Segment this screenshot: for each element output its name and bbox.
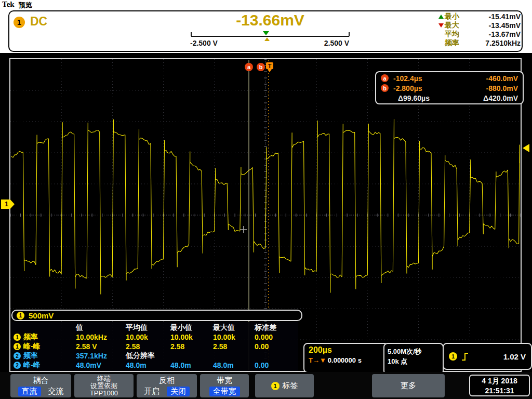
cursor-b-row: b -2.800µs -880.0mV xyxy=(376,83,523,93)
coupling-ac-option[interactable]: 交流 xyxy=(48,387,64,396)
coupling-dc-option[interactable]: 直流 xyxy=(18,387,41,396)
coupling-readout: DC xyxy=(30,15,47,29)
measurement-row: 2峰-峰 48.0mV 48.0m 48.0m 48.0m 0.00 xyxy=(11,361,298,370)
min-marker-icon xyxy=(438,15,445,19)
channel-2-badge: 2 xyxy=(14,352,21,360)
measurement-header-row: 值 平均值 最小值 最大值 标准差 xyxy=(11,323,298,332)
channel-1-badge: 1 xyxy=(14,17,25,28)
stat-row-min: 最小 -15.41mV xyxy=(438,12,521,21)
preview-mode-label: 预览 xyxy=(19,1,32,10)
range-min-label: -2.500 V xyxy=(190,39,218,47)
channel-1-badge: 1 xyxy=(17,312,24,320)
bandwidth-button[interactable]: 带宽 全带宽 xyxy=(200,374,249,397)
softkey-menu: 耦合 直流 交流 终端 设置依据 TPP1000 反相 开启 关闭 带宽 全带宽 xyxy=(0,372,532,399)
cursor-b-marker: b xyxy=(257,63,265,71)
trigger-readout: 1 1.02 V xyxy=(443,343,532,370)
trigger-position-readout: T→▼ 0.000000 s xyxy=(309,356,383,364)
invert-off-option[interactable]: 关闭 xyxy=(167,387,190,396)
acquisition-readout: 5.00M次/秒 10k 点 xyxy=(383,343,444,375)
range-tick-left xyxy=(191,32,192,36)
horizontal-readout: 200µs T→▼ 0.000000 s xyxy=(303,343,389,373)
channel-scale-readout: 1 500mV xyxy=(11,310,302,321)
measurement-row: 2频率 357.1kHz 低分辨率 xyxy=(11,351,298,361)
range-marker-icon xyxy=(263,31,269,35)
cursor-a-badge: a xyxy=(381,74,389,82)
channel-2-badge: 2 xyxy=(14,362,21,369)
channel-1-badge: 1 xyxy=(449,352,457,361)
sample-rate: 5.00M次/秒 xyxy=(388,347,440,356)
channel-1-badge: 1 xyxy=(14,343,21,350)
bandwidth-full-option[interactable]: 全带宽 xyxy=(209,387,240,396)
invert-button[interactable]: 反相 开启 关闭 xyxy=(137,374,197,397)
range-tick-right xyxy=(349,32,350,36)
range-marker2-icon xyxy=(264,37,270,41)
max-marker-icon xyxy=(438,23,445,28)
tek-logo: Tek xyxy=(2,0,15,9)
cursor-a-marker: a xyxy=(245,63,253,71)
trigger-level-arrow-icon xyxy=(523,144,529,152)
measurement-table: 值 平均值 最小值 最大值 标准差 1频率 10.00kHz 10.00k 10… xyxy=(11,322,298,371)
channel-1-badge: 1 xyxy=(271,382,280,390)
measurement-row: 1频率 10.00kHz 10.00k 10.00k 10.00k 0.000 xyxy=(11,332,298,342)
measurement-row: 1峰-峰 2.58 V 2.58 2.58 2.58 0.00 xyxy=(11,342,298,351)
datetime-readout: 4 1月 2018 21:51:31 xyxy=(469,375,530,396)
trigger-position-arrow-icon xyxy=(268,69,272,72)
channel-1-badge: 1 xyxy=(14,334,21,341)
cursor-a-row: a -102.4µs -460.0mV xyxy=(376,73,523,83)
label-button[interactable]: 1 标签 xyxy=(255,374,314,397)
record-length: 10k 点 xyxy=(388,356,440,366)
stat-row-freq: 频率 7.2510kHz xyxy=(438,39,521,47)
trigger-position-icon: T xyxy=(266,62,273,69)
trigger-t-icon: T→▼ xyxy=(309,356,326,364)
stat-row-max: 最大 -13.45mV xyxy=(438,21,521,30)
date-value: 4 1月 2018 xyxy=(470,376,529,386)
more-button[interactable]: 更多 xyxy=(372,374,445,397)
measurement-value: -13.66mV xyxy=(196,11,344,29)
range-max-label: 2.500 V xyxy=(312,39,349,47)
cursor-b-badge: b xyxy=(381,84,389,92)
trigger-level-value: 1.02 V xyxy=(503,352,526,361)
invert-on-option[interactable]: 开启 xyxy=(144,387,159,396)
cursor-readout: a -102.4µs -460.0mV b -2.800µs -880.0mV … xyxy=(375,71,524,104)
stat-row-mean: 平均 -13.67mV xyxy=(438,30,521,38)
top-readout-panel: Tek 预览 1 DC -13.66mV -2.500 V 2.500 V 最小… xyxy=(0,0,532,53)
timebase-scale: 200µs xyxy=(309,345,383,355)
range-scale-line xyxy=(191,36,349,37)
oscilloscope-screen: Tek 预览 1 DC -13.66mV -2.500 V 2.500 V 最小… xyxy=(0,0,532,399)
rising-edge-icon xyxy=(461,352,469,361)
cursor-delta-row: Δ99.60µs Δ420.0mV xyxy=(376,93,523,103)
time-value: 21:51:31 xyxy=(470,386,529,396)
coupling-button[interactable]: 耦合 直流 交流 xyxy=(10,374,71,397)
measure-crosshair-icon xyxy=(243,226,244,233)
termination-button[interactable]: 终端 设置依据 TPP1000 xyxy=(74,374,134,397)
